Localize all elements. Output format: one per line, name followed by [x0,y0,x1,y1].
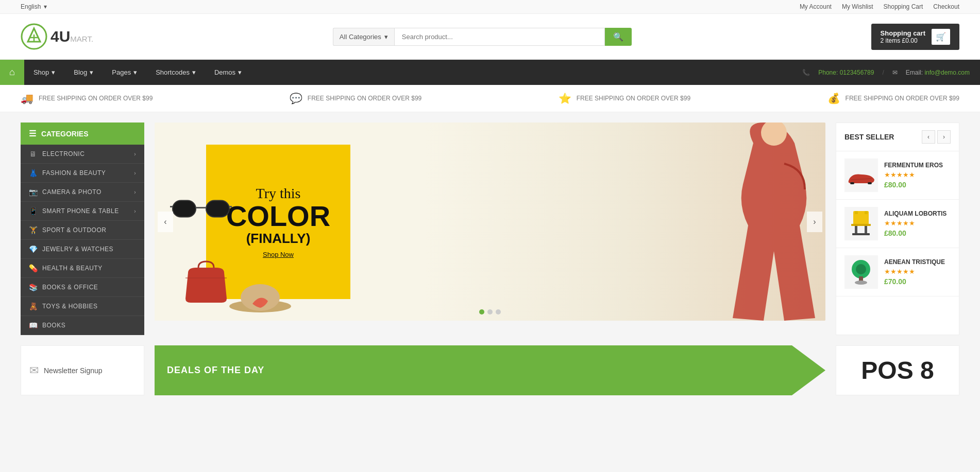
best-seller-nav: ‹ › [922,130,951,144]
slider-dot-1[interactable] [479,309,484,314]
checkout-link[interactable]: Checkout [933,3,959,10]
category-item-1[interactable]: 👗 FASHION & BEAUTY › [21,164,144,183]
nav-shortcodes[interactable]: Shortcodes ▾ [146,61,205,83]
home-nav-button[interactable]: ⌂ [0,60,24,85]
chevron-down-icon: ▾ [133,68,137,76]
product-info-1: FERMENTUM EROS ★★★★★ £80.00 [884,162,951,189]
shipping-item-1: 🚚 FREE SHIPPING ON ORDER OVER $99 [21,92,153,104]
category-item-7[interactable]: 📚 BOOKS & OFFICE [21,278,144,297]
chevron-down-icon: ▾ [44,3,47,10]
top-bar: English ▾ My Account My Wishlist Shoppin… [0,0,980,14]
shopping-cart-link[interactable]: Shopping Cart [884,3,923,10]
shipping-item-4: 💰 FREE SHIPPING ON ORDER OVER $99 [827,92,959,104]
home-icon: ⌂ [9,67,15,78]
slider-dot-3[interactable] [496,309,501,314]
slider-dot-2[interactable] [487,309,493,314]
category-left-8: 🧸 TOYS & HOBBIES [29,302,97,310]
best-seller-next-button[interactable]: › [937,130,951,144]
category-item-8[interactable]: 🧸 TOYS & HOBBIES [21,297,144,316]
category-label-4: SPORT & OUTDOOR [42,226,106,234]
pos-label: POS 8 [861,356,934,384]
cart-info: Shopping cart 2 items £0.00 [881,29,925,44]
shipping-item-3: ⭐ FREE SHIPPING ON ORDER OVER $99 [559,92,690,104]
shipping-text-4: FREE SHIPPING ON ORDER OVER $99 [846,95,959,102]
best-seller-prev-button[interactable]: ‹ [922,130,935,144]
category-list: 🖥 ELECTRONIC › 👗 FASHION & BEAUTY › 📷 CA… [21,145,144,335]
logo-icon [21,23,47,50]
category-icon-4: 🏋 [29,226,37,234]
best-seller-product-3[interactable]: AENEAN TRISTIQUE ★★★★★ £70.00 [836,248,959,296]
newsletter-icon: ✉ [29,364,39,377]
category-icon-0: 🖥 [29,150,37,158]
chevron-down-icon: ▾ [90,68,93,76]
shipping-bar: 🚚 FREE SHIPPING ON ORDER OVER $99 💬 FREE… [0,85,980,112]
svg-rect-13 [850,182,854,184]
category-label-5: JEWELRY & WATCHES [42,246,113,253]
product-price-2: £80.00 [884,229,951,237]
category-dropdown[interactable]: All Categories ▾ [333,28,394,46]
category-left-0: 🖥 ELECTRONIC [29,150,85,158]
slider-cta-link[interactable]: Shop Now [263,251,294,258]
nav-pages[interactable]: Pages ▾ [103,61,146,83]
category-label-3: SMART PHONE & TABLE [42,207,119,215]
top-nav-links: My Account My Wishlist Shopping Cart Che… [800,3,959,10]
slider-text-3: (FINALLY) [246,231,311,247]
category-item-9[interactable]: 📖 BOOKS [21,316,144,335]
nav-blog[interactable]: Blog ▾ [64,61,103,83]
svg-point-23 [856,264,866,274]
my-account-link[interactable]: My Account [800,3,832,10]
logo[interactable]: 4UMART. [21,23,93,50]
svg-point-25 [855,281,867,285]
category-item-6[interactable]: 💊 HEALTH & BEAUTY [21,259,144,278]
category-arrow-0: › [134,151,136,157]
category-icon-2: 📷 [29,188,37,196]
category-label: All Categories [340,33,381,41]
hat-decoration [227,278,294,316]
category-left-1: 👗 FASHION & BEAUTY [29,169,106,177]
category-item-3[interactable]: 📱 SMART PHONE & TABLE › [21,202,144,221]
best-seller-title: BEST SELLER [844,133,894,141]
category-label-2: CAMERA & PHOTO [42,188,102,196]
nav-shop[interactable]: Shop ▾ [24,61,64,83]
my-wishlist-link[interactable]: My Wishlist [842,3,873,10]
category-label-7: BOOKS & OFFICE [42,284,98,291]
slider-next-button[interactable]: › [807,212,822,232]
category-label-8: TOYS & HOBBIES [42,303,97,310]
svg-rect-21 [852,233,870,235]
best-seller-product-1[interactable]: FERMENTUM EROS ★★★★★ £80.00 [836,151,959,200]
product-price-3: £70.00 [884,277,951,286]
category-item-2[interactable]: 📷 CAMERA & PHOTO › [21,183,144,202]
cart-box[interactable]: Shopping cart 2 items £0.00 🛒 [871,24,959,50]
svg-rect-19 [855,226,857,233]
chevron-down-icon: ▾ [238,68,242,76]
category-left-9: 📖 BOOKS [29,321,65,329]
newsletter-label: Newsletter Signup [44,366,103,375]
category-item-4[interactable]: 🏋 SPORT & OUTDOOR [21,221,144,240]
chevron-down-icon: ▾ [52,68,55,76]
delivery-icon: 🚚 [21,92,33,104]
product-stars-1: ★★★★★ [884,171,951,179]
category-label-1: FASHION & BEAUTY [42,169,106,177]
category-label-6: HEALTH & BEAUTY [42,265,103,272]
search-button[interactable]: 🔍 [605,28,632,46]
categories-header: ☰ CATEGORIES [21,123,144,145]
nav-demos[interactable]: Demos ▾ [205,61,251,83]
logo-text: 4UMART. [50,28,93,45]
category-label-0: ELECTRONIC [42,150,85,158]
product-name-3: AENEAN TRISTIQUE [884,258,951,266]
svg-rect-5 [206,201,229,217]
email-label: Email: info@demo.com [906,69,970,76]
search-input[interactable] [394,28,605,46]
category-icon-6: 💊 [29,264,37,272]
svg-rect-18 [851,224,871,226]
best-seller-product-2[interactable]: ALIQUAM LOBORTIS ★★★★★ £80.00 [836,200,959,248]
phone-label: Phone: 0123456789 [818,69,874,76]
product-price-1: £80.00 [884,181,951,189]
money-icon: 💰 [827,92,840,104]
category-icon-9: 📖 [29,321,37,329]
category-item-5[interactable]: 💎 JEWELRY & WATCHES [21,240,144,259]
categories-title: CATEGORIES [41,130,89,138]
category-item-0[interactable]: 🖥 ELECTRONIC › [21,145,144,164]
slider-prev-button[interactable]: ‹ [158,212,173,232]
language-selector[interactable]: English ▾ [21,3,47,10]
